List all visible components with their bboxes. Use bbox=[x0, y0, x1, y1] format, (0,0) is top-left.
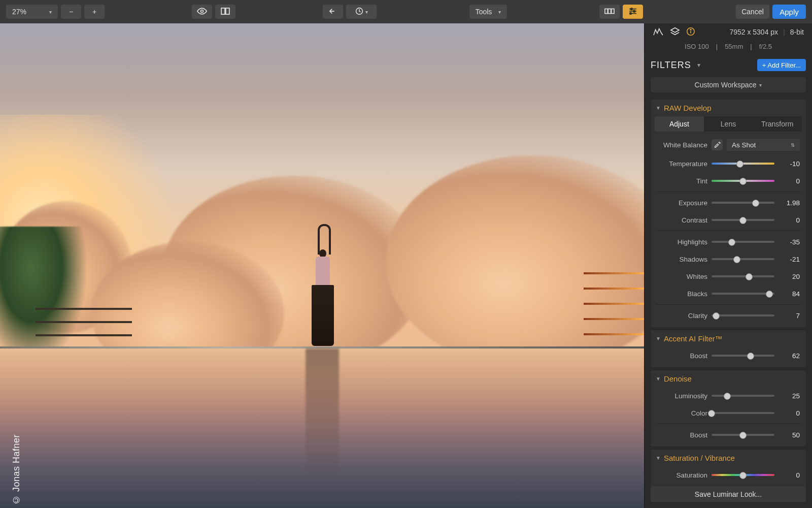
section-header-satvib[interactable]: ▼Saturation / Vibrance bbox=[651, 450, 806, 466]
slider-temperature[interactable]: Temperature-10 bbox=[651, 155, 806, 172]
person-silhouette bbox=[311, 224, 334, 348]
undo-icon bbox=[328, 8, 337, 16]
save-look-button[interactable]: Save Luminar Look... bbox=[651, 487, 806, 502]
iso-value: ISO 100 bbox=[685, 43, 709, 50]
slider-denoise-boost[interactable]: Boost50 bbox=[651, 426, 806, 443]
info-icon[interactable] bbox=[686, 27, 695, 38]
svg-point-8 bbox=[631, 8, 633, 10]
slider-contrast[interactable]: Contrast0 bbox=[651, 211, 806, 229]
svg-rect-6 bbox=[612, 9, 614, 13]
cancel-button[interactable]: Cancel bbox=[736, 5, 769, 19]
zoom-select[interactable]: 27% ▾ bbox=[6, 5, 58, 19]
disclosure-triangle-icon: ▼ bbox=[656, 336, 661, 341]
tab-lens[interactable]: Lens bbox=[704, 116, 753, 132]
slider-whites[interactable]: Whites20 bbox=[651, 268, 806, 285]
disclosure-triangle-icon: ▼ bbox=[656, 105, 661, 111]
eye-icon bbox=[197, 8, 207, 16]
white-balance-label: White Balance bbox=[657, 141, 707, 149]
tab-adjust[interactable]: Adjust bbox=[655, 116, 704, 132]
photo-credit: © Jonas Hafner bbox=[11, 434, 22, 505]
presets-panel-button[interactable] bbox=[599, 5, 620, 19]
side-panel: 7952 x 5304 px | 8-bit ISO 100| 55mm| f/… bbox=[644, 23, 812, 508]
slider-luminosity[interactable]: Luminosity25 bbox=[651, 387, 806, 404]
sliders-icon bbox=[628, 8, 637, 16]
zoom-value: 27% bbox=[12, 8, 26, 16]
svg-point-10 bbox=[633, 10, 635, 12]
slider-saturation[interactable]: Saturation0 bbox=[651, 466, 806, 484]
section-sat-vib: ▼Saturation / Vibrance Saturation0 Vibra… bbox=[651, 450, 806, 487]
slider-blacks[interactable]: Blacks84 bbox=[651, 285, 806, 302]
zoom-out-button[interactable]: − bbox=[61, 5, 81, 19]
filmstrip-icon bbox=[604, 8, 615, 16]
disclosure-triangle-icon: ▼ bbox=[656, 455, 661, 461]
zoom-in-button[interactable]: + bbox=[84, 5, 105, 19]
adjustments-panel-button[interactable] bbox=[623, 5, 643, 19]
section-denoise: ▼Denoise Luminosity25 Color0 Boost50 bbox=[651, 370, 806, 447]
history-button[interactable]: ▾ bbox=[346, 5, 377, 19]
section-accent-ai: ▼Accent AI Filter™ Boost62 bbox=[651, 330, 806, 367]
svg-rect-5 bbox=[608, 9, 611, 13]
apply-button[interactable]: Apply bbox=[772, 5, 806, 19]
disclosure-triangle-icon: ▼ bbox=[656, 376, 661, 382]
section-header-raw[interactable]: ▼ RAW Develop bbox=[651, 100, 806, 116]
white-balance-select[interactable]: As Shot ⇅ bbox=[727, 139, 800, 151]
section-header-accent[interactable]: ▼Accent AI Filter™ bbox=[651, 330, 806, 347]
svg-rect-1 bbox=[221, 8, 225, 14]
eyedropper-icon bbox=[714, 141, 721, 149]
workspace-select[interactable]: Custom Workspace ▾ bbox=[651, 77, 806, 92]
svg-rect-2 bbox=[226, 8, 229, 14]
preview-toggle-button[interactable] bbox=[192, 5, 212, 19]
aperture: f/2.5 bbox=[759, 43, 772, 50]
filters-title: FILTERS bbox=[651, 60, 691, 71]
svg-rect-4 bbox=[605, 9, 607, 13]
image-canvas[interactable]: © Jonas Hafner bbox=[0, 23, 645, 508]
top-toolbar: 27% ▾ − + ▾ bbox=[0, 0, 812, 24]
image-meta: 7952 x 5304 px | 8-bit bbox=[645, 23, 812, 41]
tools-menu[interactable]: Tools ▾ bbox=[469, 5, 507, 19]
chevron-down-icon: ▾ bbox=[365, 9, 368, 15]
chevron-down-icon: ▾ bbox=[498, 9, 501, 15]
chevron-down-icon: ▾ bbox=[49, 9, 52, 15]
section-raw-develop: ▼ RAW Develop Adjust Lens Transform Whit… bbox=[651, 100, 806, 327]
slider-denoise-color[interactable]: Color0 bbox=[651, 404, 806, 422]
chevron-down-icon: ▾ bbox=[759, 82, 762, 88]
bit-depth: 8-bit bbox=[790, 28, 804, 36]
layers-icon[interactable] bbox=[670, 27, 680, 38]
svg-point-15 bbox=[690, 29, 691, 30]
slider-shadows[interactable]: Shadows-21 bbox=[651, 250, 806, 268]
compare-button[interactable] bbox=[215, 5, 235, 19]
slider-exposure[interactable]: Exposure1.98 bbox=[651, 194, 806, 211]
split-view-icon bbox=[221, 8, 230, 16]
image-dimensions: 7952 x 5304 px bbox=[729, 28, 778, 36]
tab-transform[interactable]: Transform bbox=[753, 116, 802, 132]
exif-meta: ISO 100| 55mm| f/2.5 bbox=[645, 41, 812, 52]
clock-icon bbox=[355, 7, 363, 17]
slider-accent-boost[interactable]: Boost62 bbox=[651, 347, 806, 364]
add-filter-button[interactable]: + Add Filter... bbox=[757, 59, 806, 71]
histogram-icon[interactable] bbox=[653, 27, 664, 38]
updown-icon: ⇅ bbox=[791, 142, 795, 148]
section-header-denoise[interactable]: ▼Denoise bbox=[651, 370, 806, 387]
undo-button[interactable] bbox=[323, 5, 343, 19]
chevron-down-icon[interactable]: ▾ bbox=[697, 61, 700, 69]
svg-point-12 bbox=[630, 12, 632, 14]
svg-point-0 bbox=[201, 10, 204, 12]
tools-label: Tools bbox=[476, 8, 492, 16]
slider-clarity[interactable]: Clarity7 bbox=[651, 307, 806, 324]
focal-length: 55mm bbox=[725, 43, 743, 50]
slider-highlights[interactable]: Highlights-35 bbox=[651, 233, 806, 250]
slider-tint[interactable]: Tint0 bbox=[651, 172, 806, 189]
eyedropper-button[interactable] bbox=[712, 139, 723, 150]
